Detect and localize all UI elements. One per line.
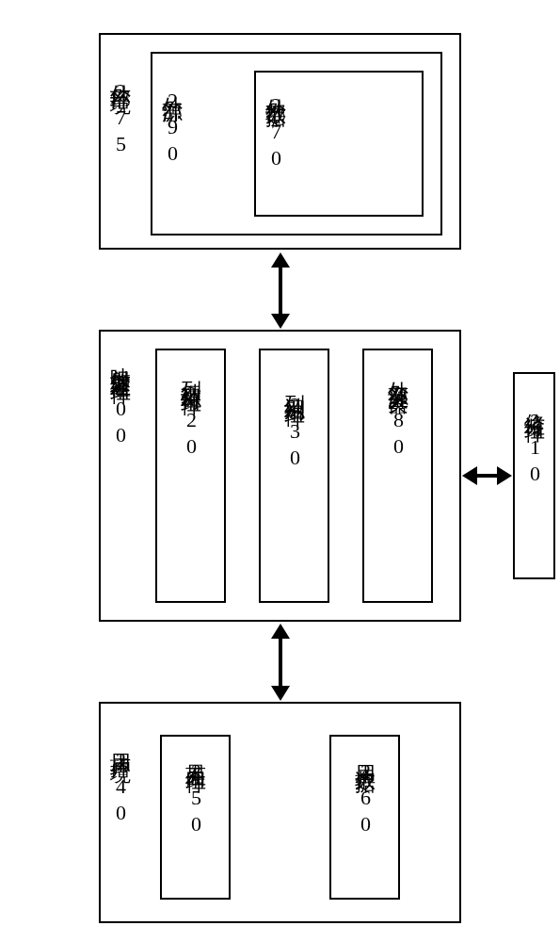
arrow-top-line [279, 264, 282, 317]
arrow-top-down [271, 314, 290, 329]
external-data-box: 外部数据270 [254, 71, 424, 217]
column-recognition-box: 列识别组件230 [259, 349, 329, 603]
arrow-bottom-down [271, 686, 290, 701]
arrow-bottom-up [271, 624, 290, 639]
user-environment-box: 用户环境240 [99, 702, 461, 923]
user-data-label: 用户数据260 [355, 748, 376, 838]
column-identifier-label: 列标识符组件220 [181, 365, 201, 461]
user-environment-label: 用户环境240 [110, 737, 131, 827]
revision-component-box: 修订组件210 [513, 372, 555, 579]
arrow-right-left [462, 466, 477, 485]
mapping-manager-label: 映射管理器组件200 [110, 350, 131, 449]
column-identifier-box: 列标识符组件220 [155, 349, 226, 603]
external-source-classifier-box: 外部源分类器280 [362, 349, 433, 603]
user-data-box: 用户数据260 [329, 735, 400, 900]
column-recognition-label: 列识别组件230 [284, 379, 305, 472]
interface-component-box: 界面组件250 [160, 735, 231, 900]
external-data-label: 外部数据270 [265, 82, 286, 172]
external-source-classifier-label: 外部源分类器280 [388, 365, 408, 461]
external-environment-label: 外部环境275 [110, 68, 131, 158]
arrow-top-up [271, 252, 290, 268]
arrow-bottom-line [279, 636, 282, 689]
interface-component-label: 界面组件250 [185, 748, 206, 838]
revision-component-label: 修订组件210 [524, 398, 545, 488]
arrow-right-right [497, 466, 512, 485]
external-source-label: 外部源290 [162, 80, 183, 168]
